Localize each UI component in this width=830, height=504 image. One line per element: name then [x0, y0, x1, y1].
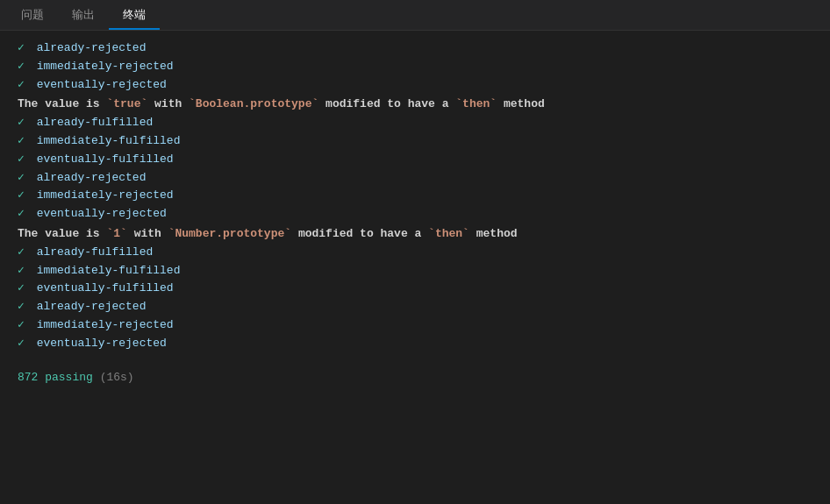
test-name: already-rejected	[37, 39, 147, 58]
tab-bar: 问题 输出 终端	[0, 0, 830, 31]
tab-output[interactable]: 输出	[58, 2, 109, 28]
test-line: ✓ already-rejected	[18, 169, 812, 188]
test-line: ✓ immediately-rejected	[18, 316, 812, 335]
test-name: eventually-fulfilled	[37, 151, 174, 169]
check-icon: ✓	[18, 298, 32, 316]
check-icon: ✓	[18, 335, 32, 353]
test-line: ✓ immediately-rejected	[18, 58, 812, 76]
check-icon: ✓	[18, 151, 32, 169]
passing-line: 872 passing (16s)	[18, 369, 812, 387]
test-line: ✓ eventually-fulfilled	[18, 151, 812, 169]
test-name: immediately-rejected	[37, 316, 174, 335]
section2-header: The value is `1` with `Number.prototype`…	[18, 225, 812, 244]
test-name: already-fulfilled	[37, 114, 154, 132]
test-name: immediately-fulfilled	[37, 262, 181, 280]
check-icon: ✓	[18, 132, 32, 151]
check-icon: ✓	[18, 280, 32, 298]
tab-problems[interactable]: 问题	[7, 2, 58, 28]
test-line: ✓ already-rejected	[18, 39, 812, 58]
test-line: ✓ immediately-rejected	[18, 187, 812, 205]
passing-time: (16s)	[100, 371, 134, 384]
check-icon: ✓	[18, 58, 32, 76]
test-name: already-fulfilled	[37, 244, 154, 262]
terminal-content: ✓ already-rejected✓ immediately-rejected…	[0, 31, 830, 504]
passing-count: 872 passing	[18, 371, 100, 384]
test-line: ✓ immediately-fulfilled	[18, 132, 812, 151]
test-line: ✓ already-fulfilled	[18, 244, 812, 262]
test-line: ✓ already-rejected	[18, 298, 812, 316]
check-icon: ✓	[18, 205, 32, 224]
test-line: ✓ eventually-rejected	[18, 76, 812, 95]
test-line: ✓ already-fulfilled	[18, 114, 812, 132]
check-icon: ✓	[18, 187, 32, 205]
test-line: ✓ eventually-fulfilled	[18, 280, 812, 298]
check-icon: ✓	[18, 39, 32, 58]
check-icon: ✓	[18, 316, 32, 335]
test-name: eventually-rejected	[37, 76, 167, 95]
check-icon: ✓	[18, 244, 32, 262]
test-name: immediately-fulfilled	[37, 132, 181, 151]
test-name: immediately-rejected	[37, 187, 174, 205]
test-name: eventually-rejected	[37, 335, 167, 353]
test-name: eventually-fulfilled	[37, 280, 174, 298]
test-line: ✓ immediately-fulfilled	[18, 262, 812, 280]
test-name: already-rejected	[37, 298, 147, 316]
check-icon: ✓	[18, 76, 32, 95]
test-name: eventually-rejected	[37, 205, 167, 224]
test-name: already-rejected	[37, 169, 147, 188]
test-line: ✓ eventually-rejected	[18, 205, 812, 224]
check-icon: ✓	[18, 114, 32, 132]
test-line: ✓ eventually-rejected	[18, 335, 812, 353]
test-name: immediately-rejected	[37, 58, 174, 76]
check-icon: ✓	[18, 169, 32, 188]
tab-terminal[interactable]: 终端	[109, 2, 160, 30]
section1-header: The value is `true` with `Boolean.protot…	[18, 96, 812, 114]
check-icon: ✓	[18, 262, 32, 280]
